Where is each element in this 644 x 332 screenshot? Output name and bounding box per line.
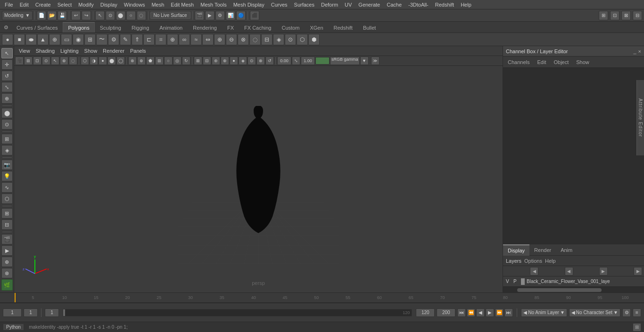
shelf-bevel[interactable]: ⌗ — [155, 34, 166, 45]
vp-cam-btn[interactable]: 🎥 — [15, 57, 24, 65]
timeline[interactable]: 5 10 15 20 25 30 35 40 45 50 55 60 65 70… — [0, 292, 644, 303]
vp-y5[interactable]: ● — [230, 57, 238, 65]
menu-help[interactable]: Help — [458, 1, 474, 8]
ch-tab-edit[interactable]: Edit — [535, 58, 548, 66]
render-view-btn[interactable]: 🎬 — [1, 234, 13, 244]
render3-btn[interactable]: ⊕ — [1, 257, 13, 267]
range-slider[interactable]: 120 — [63, 309, 412, 316]
shelf-loop[interactable]: ∞ — [179, 34, 190, 45]
gamma-select[interactable]: sRGB gamma — [330, 57, 360, 65]
menu-surfaces[interactable]: Surfaces — [291, 1, 317, 8]
shelf-extrude[interactable]: ⇑ — [132, 34, 143, 45]
vp-menu-view[interactable]: View — [17, 48, 32, 54]
prev-frame-btn[interactable]: ⏪ — [467, 308, 475, 317]
tab-fx-caching[interactable]: FX Caching — [239, 22, 276, 32]
tab-curves-surfaces[interactable]: Curves / Surfaces — [11, 22, 63, 32]
shelf-bool[interactable]: ⊗ — [238, 34, 249, 45]
vp-btn5[interactable]: ↖ — [51, 57, 59, 65]
vp-btn3[interactable]: ⊡ — [33, 57, 41, 65]
menu-uv[interactable]: UV — [342, 1, 355, 8]
next-end-btn[interactable]: ⏭ — [504, 308, 513, 317]
transform-btn[interactable]: ✛ — [1, 59, 13, 70]
camera-btn[interactable]: 📷 — [1, 160, 13, 170]
anim-end-input[interactable] — [416, 308, 435, 317]
render2-btn[interactable]: ▶ — [1, 245, 13, 256]
vp-y3[interactable]: ⊛ — [212, 57, 220, 65]
rp-close-btn[interactable]: × — [638, 49, 641, 54]
play-fwd-btn[interactable]: ▶ — [486, 308, 494, 317]
prev-end-btn[interactable]: ⏮ — [457, 308, 466, 317]
ipr-btn[interactable]: ▶ — [205, 11, 215, 20]
tool5-btn[interactable]: ◌ — [137, 11, 146, 20]
dt-tab-render[interactable]: Render — [529, 244, 556, 256]
dt-tab-anim[interactable]: Anim — [556, 244, 577, 256]
vp-shading4[interactable]: ◯ — [116, 57, 125, 65]
redo-btn[interactable]: ↪ — [82, 11, 91, 20]
vp-y2[interactable]: ⊟ — [203, 57, 211, 65]
shelf-fill[interactable]: ◈ — [273, 34, 284, 45]
rs-btn3[interactable]: 🔵 — [236, 11, 246, 20]
scrollbar-h[interactable] — [503, 287, 644, 292]
layout-btn4[interactable]: ⊟ — [633, 11, 642, 20]
shelf-sphere[interactable]: ● — [2, 34, 13, 45]
shelf-cone[interactable]: ▲ — [37, 34, 49, 45]
vp-y6[interactable]: ◈ — [239, 57, 247, 65]
render4-btn[interactable]: ⊗ — [1, 268, 13, 278]
rotate-btn[interactable]: ↺ — [1, 71, 13, 81]
rp-minimize-btn[interactable]: _ — [633, 49, 636, 54]
vp-btn2[interactable]: ⊞ — [24, 57, 33, 65]
play-back-btn[interactable]: ◀ — [476, 308, 485, 317]
timeline-settings-btn[interactable]: ≡ — [633, 308, 641, 317]
vp-btn7[interactable]: ◌ — [69, 57, 77, 65]
layer-new-btn[interactable]: ◀ — [530, 267, 538, 275]
vp-menu-lighting[interactable]: Lighting — [58, 48, 81, 54]
tab-custom[interactable]: Custom — [277, 22, 305, 32]
shelf-sep[interactable]: ⊖ — [226, 34, 237, 45]
layer-prev-btn[interactable]: ◀ — [565, 267, 573, 275]
vp-x3[interactable]: ⬟ — [146, 57, 155, 65]
vp-x5[interactable]: ○ — [164, 57, 173, 65]
vp-shading3[interactable]: ⬤ — [107, 57, 116, 65]
shelf-pipe[interactable]: ⊞ — [84, 34, 96, 45]
snap-edge-btn[interactable]: ◈ — [1, 145, 13, 155]
tool4-btn[interactable]: ○ — [126, 11, 136, 20]
scrollbar-thumb[interactable] — [517, 288, 602, 292]
anim-layer-btn[interactable]: ◀ No Anim Layer ▼ — [521, 308, 567, 317]
plugin-btn[interactable]: 🌿 — [1, 279, 13, 291]
layout-btn2[interactable]: ⊡ — [610, 11, 619, 20]
vp-x2[interactable]: ⊕ — [137, 57, 146, 65]
layers-help-menu[interactable]: Help — [545, 258, 556, 264]
vp-menu-renderer[interactable]: Renderer — [101, 48, 126, 54]
shelf-merge[interactable]: ⊕ — [167, 34, 178, 45]
shelf-smooth[interactable]: ◌ — [249, 34, 261, 45]
menu-curves[interactable]: Curves — [268, 1, 290, 8]
layer-end-btn[interactable]: ▶ — [634, 267, 642, 275]
vp-menu-shading[interactable]: Shading — [34, 48, 57, 54]
snap-grid-btn[interactable]: ⊞ — [1, 134, 13, 144]
live-surface-btn[interactable]: No Live Surface — [150, 12, 190, 19]
menu-edit-mesh[interactable]: Edit Mesh — [168, 1, 197, 8]
shelf-x2[interactable]: ⬢ — [308, 34, 320, 45]
ch-tab-channels[interactable]: Channels — [506, 58, 531, 66]
extras-btn[interactable]: ⊞ — [1, 208, 13, 219]
settings-gear-btn[interactable]: ⚙ — [622, 308, 631, 317]
scale-btn[interactable]: ⤡ — [1, 82, 13, 92]
shelf-disk[interactable]: ◉ — [73, 34, 84, 45]
menu-edit[interactable]: Edit — [17, 1, 32, 8]
shelf-torus[interactable]: ⊕ — [49, 34, 60, 45]
shelf-reduce[interactable]: ⊟ — [261, 34, 272, 45]
current-frame-input[interactable] — [3, 308, 22, 317]
shelf-target-weld[interactable]: ⊙ — [285, 34, 296, 45]
xform-btn[interactable]: ⬛ — [250, 11, 259, 20]
select-mode-btn[interactable]: ↖ — [1, 48, 13, 58]
next-frame-btn[interactable]: ⏩ — [495, 308, 504, 317]
vp-y7[interactable]: ⊙ — [248, 57, 256, 65]
gamma-dropdown[interactable]: ▼ — [360, 57, 369, 65]
color-profile-box[interactable] — [315, 57, 330, 65]
vp-x7[interactable]: ↻ — [182, 57, 190, 65]
menu-select[interactable]: Select — [55, 1, 75, 8]
lasso-btn[interactable]: ⊙ — [106, 11, 115, 20]
tab-polygons[interactable]: Polygons — [63, 22, 94, 32]
tab-animation[interactable]: Animation — [154, 22, 188, 32]
layer-next-btn[interactable]: ▶ — [599, 267, 608, 275]
